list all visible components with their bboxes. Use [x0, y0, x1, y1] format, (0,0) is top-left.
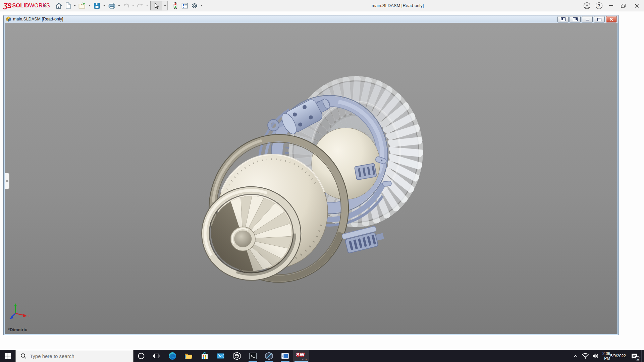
taskbar-app-file-explorer[interactable] [180, 350, 197, 362]
notification-badge: 1 [636, 356, 640, 361]
document-titlebar[interactable]: main.SLDASM [Read-only] [4, 15, 619, 23]
brand-text-works: WORKS [29, 3, 50, 9]
new-document-dropdown[interactable] [72, 1, 77, 11]
jet-engine-model [5, 23, 617, 334]
action-center-button[interactable]: 1 [627, 350, 641, 362]
featuremanager-collapsed-tab[interactable] [5, 173, 9, 189]
show-desktop-button[interactable] [641, 350, 644, 362]
rebuild-button[interactable] [171, 1, 180, 11]
view-orientation-label: *Dimetric [8, 327, 27, 332]
system-tray: 2:06 PM 5/9/2022 1 [571, 350, 644, 362]
menu-expand-arrow-icon[interactable] [44, 4, 46, 7]
document-window: main.SLDASM [Read-only] [3, 15, 619, 335]
redo-dropdown[interactable] [145, 1, 150, 11]
taskbar-app-solidworks[interactable]: SW 2021 [293, 350, 309, 362]
new-document-button[interactable] [64, 1, 72, 11]
restore-icon [621, 4, 626, 8]
network-button[interactable] [580, 350, 590, 362]
taskbar-search-box[interactable] [15, 350, 133, 362]
print-icon [108, 2, 116, 9]
open-folder-icon [78, 2, 86, 9]
command-prompt-icon [249, 352, 257, 360]
select-cursor-icon [153, 2, 160, 9]
taskbar-app-3d-viewer[interactable] [229, 350, 245, 362]
options-dropdown[interactable] [199, 1, 204, 11]
open-button[interactable] [77, 1, 87, 11]
print-button[interactable] [107, 1, 117, 11]
minimize-icon [609, 5, 613, 6]
task-view-icon [153, 353, 160, 359]
options-button[interactable] [190, 1, 199, 11]
pane-left-toggle-button[interactable] [557, 16, 569, 22]
help-icon: ? [596, 2, 602, 9]
x-axis-label: x [28, 314, 30, 318]
taskbar-clock[interactable]: 2:06 PM 5/9/2022 [600, 350, 627, 362]
start-button[interactable] [0, 350, 15, 362]
document-caption-buttons [557, 16, 617, 22]
solidworks-2021-icon: SW 2021 [296, 351, 307, 361]
3d-viewer-icon [232, 352, 241, 360]
coordinate-triad: x y [8, 303, 35, 329]
document-title: main.SLDASM [Read-only] [13, 17, 63, 21]
taskbar-app-command-prompt[interactable] [245, 350, 261, 362]
undo-dropdown[interactable] [131, 1, 136, 11]
undo-icon [122, 2, 130, 9]
solidworks-logo-glyph: ƷS [3, 2, 11, 10]
select-tool-dropdown[interactable] [162, 1, 168, 10]
close-icon [609, 17, 613, 21]
undo-button[interactable] [121, 1, 131, 11]
app-minimize-button[interactable] [605, 0, 617, 11]
screen: ƷS SOLIDWORKS [0, 0, 644, 362]
file-properties-button[interactable] [180, 1, 190, 11]
help-button[interactable]: ? [593, 0, 605, 11]
taskbar-app-mail[interactable] [213, 350, 229, 362]
pane-right-icon [573, 17, 578, 21]
file-properties-icon [181, 2, 189, 9]
edrawings-hexagon-icon [265, 352, 273, 360]
save-dropdown[interactable] [102, 1, 107, 11]
tray-overflow-button[interactable] [571, 350, 580, 362]
taskbar-app-edge[interactable] [164, 350, 180, 362]
doc-close-button[interactable] [606, 16, 617, 22]
quick-access-toolbar [54, 0, 204, 11]
volume-button[interactable] [590, 350, 600, 362]
app-titlebar: ƷS SOLIDWORKS [0, 0, 644, 11]
redo-button[interactable] [136, 1, 145, 11]
save-icon [93, 2, 101, 9]
account-button[interactable] [581, 0, 593, 11]
search-icon [20, 353, 26, 359]
clock-date: 5/9/2022 [610, 354, 626, 358]
cortana-button[interactable] [133, 350, 149, 362]
open-dropdown[interactable] [87, 1, 92, 11]
select-tool-group [150, 1, 168, 10]
select-tool-button[interactable] [150, 1, 162, 10]
doc-restore-button[interactable] [594, 16, 605, 22]
search-input[interactable] [30, 353, 124, 359]
remote-window-icon [281, 352, 289, 360]
speaker-icon [592, 352, 599, 360]
task-view-button[interactable] [149, 350, 164, 362]
print-dropdown[interactable] [117, 1, 121, 11]
z-axis-arrow [9, 316, 14, 319]
taskbar-app-edrawings[interactable] [261, 350, 277, 362]
x-axis-arrow [23, 314, 27, 317]
app-close-button[interactable] [629, 0, 644, 11]
mail-icon [216, 352, 225, 360]
home-button[interactable] [54, 1, 64, 11]
app-window-title: main.SLDASM [Read-only] [372, 3, 424, 8]
minimize-icon [586, 20, 589, 20]
pane-left-icon [561, 17, 566, 21]
taskbar-app-remote-window[interactable] [277, 350, 293, 362]
app-restore-button[interactable] [617, 0, 629, 11]
wifi-icon [581, 352, 589, 360]
account-icon [583, 2, 591, 10]
save-button[interactable] [92, 1, 102, 11]
taskbar-app-microsoft-store[interactable] [197, 350, 213, 362]
redo-icon [137, 2, 144, 9]
clock-time: 2:06 PM [600, 351, 610, 361]
close-icon [635, 4, 639, 8]
pane-right-toggle-button[interactable] [570, 16, 581, 22]
doc-minimize-button[interactable] [582, 16, 593, 22]
graphics-viewport[interactable]: x y *Dimetric [5, 23, 618, 334]
restore-icon [597, 18, 601, 21]
